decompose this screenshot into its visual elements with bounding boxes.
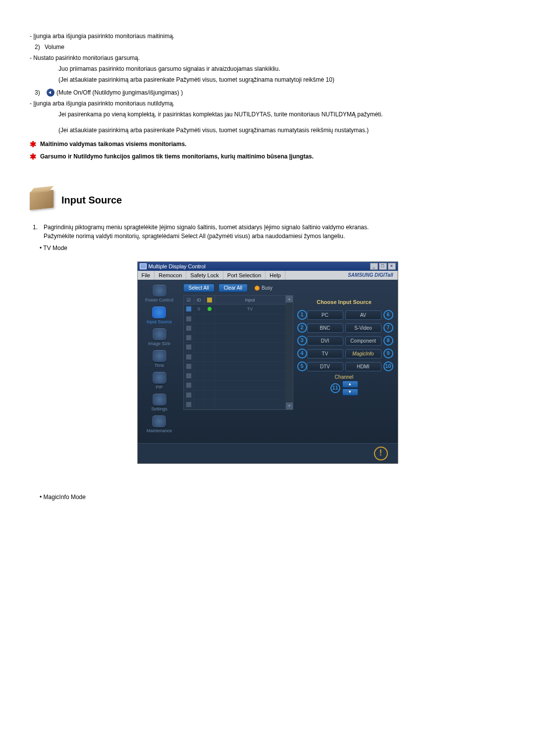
channel-down[interactable]: ▾ bbox=[342, 389, 358, 396]
num-10: 10 bbox=[383, 361, 393, 371]
src-bnc[interactable]: BNC bbox=[307, 323, 343, 333]
alert-icon: ! bbox=[374, 447, 388, 460]
box-icon bbox=[30, 190, 54, 210]
col-check[interactable]: ☑ bbox=[184, 296, 194, 304]
note-2: Garsumo ir Nutildymo funkcijos galimos t… bbox=[40, 153, 314, 160]
sidebar-item-inputsource[interactable]: Input Source bbox=[147, 306, 172, 324]
menu-help[interactable]: Help bbox=[266, 271, 285, 280]
src-av[interactable]: AV bbox=[345, 310, 381, 320]
list-num-3: 3) bbox=[35, 88, 45, 97]
app-window: Multiple Display Control _ □ × File Remo… bbox=[137, 261, 398, 464]
num-9: 9 bbox=[383, 349, 393, 358]
menubar: File Remocon Safety Lock Port Selection … bbox=[138, 271, 398, 280]
volume-l2: Juo priimamas pasirinkto monitoriaus gar… bbox=[58, 64, 505, 73]
mute-l2: Jei pasirenkama po vieną komplektą, ir p… bbox=[58, 110, 505, 119]
num-7: 7 bbox=[383, 323, 393, 333]
busy-indicator: Busy bbox=[255, 285, 272, 291]
volume-l3: (Jei atšaukiate pasirinkimą arba pasiren… bbox=[58, 75, 505, 84]
star-icon: ✱ bbox=[30, 140, 36, 149]
menu-file[interactable]: File bbox=[138, 271, 155, 280]
num-4: 4 bbox=[297, 349, 307, 358]
clear-all-button[interactable]: Clear All bbox=[218, 284, 248, 292]
bullet-tv: TV Mode bbox=[43, 245, 67, 252]
titlebar: Multiple Display Control _ □ × bbox=[138, 262, 398, 271]
col-status bbox=[205, 296, 215, 304]
minimize-button[interactable]: _ bbox=[370, 263, 378, 270]
scroll-down[interactable]: ▾ bbox=[286, 403, 293, 409]
bullet-magicinfo: MagicInfo Mode bbox=[44, 494, 86, 501]
src-dtv[interactable]: DTV bbox=[307, 362, 343, 371]
scrollbar[interactable]: ▴ ▾ bbox=[286, 296, 293, 409]
sidebar-item-imagesize[interactable]: Image Size bbox=[148, 328, 170, 346]
note-1: Maitinimo valdymas taikomas visiems moni… bbox=[40, 141, 186, 148]
src-tv[interactable]: TV bbox=[307, 349, 343, 358]
src-magicinfo[interactable]: MagicInfo bbox=[345, 349, 381, 358]
menu-safetylock[interactable]: Safety Lock bbox=[186, 271, 223, 280]
source-panel: Choose Input Source 1 PC AV 6 2 BNC S-Vi… bbox=[293, 295, 395, 410]
sidebar-item-pip[interactable]: PIP bbox=[153, 372, 166, 390]
src-svideo[interactable]: S-Video bbox=[345, 323, 381, 333]
col-input: Input bbox=[215, 296, 286, 304]
statusbar: ! bbox=[138, 443, 398, 463]
close-button[interactable]: × bbox=[388, 263, 396, 270]
volume-label: Volume bbox=[45, 43, 64, 51]
menu-portselection[interactable]: Port Selection bbox=[223, 271, 266, 280]
src-dvi[interactable]: DVI bbox=[307, 336, 343, 346]
col-id: ID bbox=[194, 296, 205, 304]
list-num-2: 2) bbox=[35, 43, 45, 51]
num-8: 8 bbox=[383, 336, 393, 346]
maximize-button[interactable]: □ bbox=[379, 263, 387, 270]
app-icon bbox=[140, 263, 147, 269]
sidebar-item-settings[interactable]: Settings bbox=[151, 394, 167, 411]
step-text-a: Pagrindinių piktogramų meniu spragtelėki… bbox=[44, 224, 505, 231]
sidebar: Power Control Input Source Image Size Ti… bbox=[138, 280, 181, 443]
table-row[interactable]: 0 TV bbox=[184, 304, 286, 314]
power-desc: - Įjungia arba išjungia pasirinkto monit… bbox=[30, 32, 505, 41]
src-pc[interactable]: PC bbox=[307, 310, 343, 320]
brand-label: SAMSUNG DIGITall bbox=[344, 271, 397, 280]
mute-l1: - Įjungia arba išjungia pasirinkto monit… bbox=[30, 99, 505, 108]
step-text-b: Pažymėkite norimą valdyti monitorių, spr… bbox=[44, 233, 505, 240]
num-11: 11 bbox=[330, 383, 340, 393]
channel-up[interactable]: ▴ bbox=[342, 381, 358, 388]
menu-remocon[interactable]: Remocon bbox=[155, 271, 186, 280]
num-6: 6 bbox=[383, 310, 393, 320]
panel-title: Choose Input Source bbox=[297, 299, 391, 305]
step-num: 1. bbox=[33, 224, 44, 240]
sidebar-item-power[interactable]: Power Control bbox=[145, 285, 173, 302]
scroll-up[interactable]: ▴ bbox=[286, 296, 293, 302]
device-grid: ☑ ID Input 0 TV bbox=[183, 295, 293, 410]
status-led bbox=[208, 307, 212, 311]
section-title: Input Source bbox=[61, 195, 122, 206]
select-all-button[interactable]: Select All bbox=[183, 284, 214, 292]
app-title: Multiple Display Control bbox=[149, 263, 206, 269]
sidebar-item-maintenance[interactable]: Maintenance bbox=[147, 415, 172, 433]
mute-l3: (Jei atšaukiate pasirinkimą arba pasiren… bbox=[58, 126, 505, 135]
mute-label: (Mute On/Off (Nutildymo įjungimas/išjung… bbox=[56, 88, 183, 97]
channel-label: Channel bbox=[297, 374, 391, 380]
num-5: 5 bbox=[297, 361, 307, 371]
row-check[interactable] bbox=[186, 306, 192, 312]
src-component[interactable]: Component bbox=[345, 336, 381, 346]
num-1: 1 bbox=[297, 310, 307, 320]
num-2: 2 bbox=[297, 323, 307, 333]
mute-icon bbox=[47, 89, 54, 97]
src-hdmi[interactable]: HDMI bbox=[345, 362, 381, 371]
star-icon: ✱ bbox=[30, 152, 36, 161]
num-3: 3 bbox=[297, 336, 307, 346]
sidebar-item-time[interactable]: Time bbox=[153, 350, 166, 368]
volume-l1: - Nustato pasirinkto monitoriaus garsumą… bbox=[30, 53, 505, 62]
